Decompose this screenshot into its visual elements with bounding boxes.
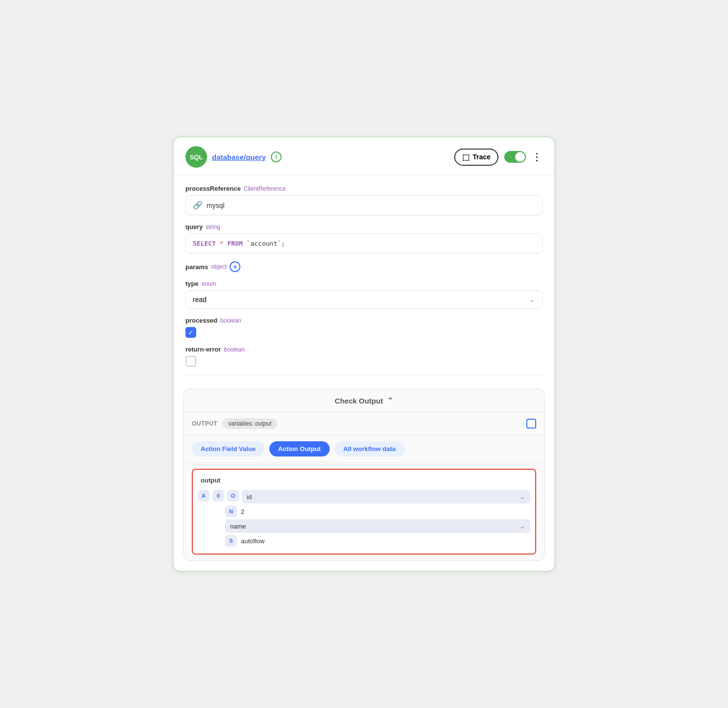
trace-label: Trace: [472, 153, 491, 161]
tree-value-s: S autoflow: [225, 535, 530, 547]
processed-group: processed boolean ✓: [185, 317, 543, 338]
output-badge-prefix: variables:: [228, 420, 253, 427]
return-error-checkbox[interactable]: [185, 356, 196, 367]
kw-from: FROM: [227, 240, 242, 247]
form-body: processReference ClientReference 🔗 mysql…: [174, 175, 554, 389]
output-badge-value: output: [255, 420, 271, 427]
divider: [185, 375, 543, 375]
processed-label: processed boolean: [185, 317, 543, 324]
kw-select: SELECT: [193, 240, 216, 247]
kw-table: `account`;: [247, 240, 285, 247]
tree-node-array: A 0 O id ⌄: [198, 490, 530, 504]
type-badge-s: S: [225, 535, 237, 547]
return-error-group: return-error boolean: [185, 346, 543, 367]
tabs-row: Action Field Value Action Output All wor…: [184, 435, 544, 463]
tree-value-n: N 2: [225, 506, 530, 517]
more-menu-icon[interactable]: ⋮: [532, 151, 543, 163]
processed-type[interactable]: boolean: [220, 317, 241, 324]
header: SQL database/query i ⬚ Trace ⋮: [174, 137, 554, 175]
main-card: SQL database/query i ⬚ Trace ⋮ processRe…: [173, 136, 555, 572]
chevron-up-icon[interactable]: ⌃: [387, 396, 393, 405]
database-query-link[interactable]: database/query: [212, 153, 266, 161]
header-actions: ⬚ Trace ⋮: [454, 149, 543, 166]
tree-node-name: name ⌄: [225, 519, 530, 533]
tree-children-id: N 2 name ⌄ S autoflow: [225, 506, 530, 547]
trace-button[interactable]: ⬚ Trace: [454, 149, 498, 166]
type-group: type enum read ⌄: [185, 280, 543, 309]
check-output-section: Check Output ⌃ OUTPUT variables: output …: [183, 389, 545, 561]
chevron-down-icon-id: ⌄: [520, 493, 525, 501]
return-error-checkbox-wrapper: [185, 356, 543, 367]
tree-row-name[interactable]: name ⌄: [225, 519, 530, 533]
tab-action-output[interactable]: Action Output: [269, 441, 330, 456]
return-error-label: return-error boolean: [185, 346, 543, 353]
type-badge-a: A: [198, 490, 209, 502]
add-param-button[interactable]: +: [230, 261, 240, 272]
type-badge-0: 0: [212, 490, 224, 502]
type-type[interactable]: enum: [202, 280, 216, 287]
output-badge: variables: output: [222, 418, 277, 429]
process-reference-group: processReference ClientReference 🔗 mysql: [185, 185, 543, 215]
query-label: query string: [185, 223, 543, 230]
type-select[interactable]: read ⌄: [185, 290, 543, 309]
process-reference-type[interactable]: ClientReference: [244, 185, 286, 192]
params-label: params object +: [185, 261, 543, 272]
params-type[interactable]: object: [211, 263, 227, 270]
type-badge-n: N: [225, 506, 237, 517]
return-error-type[interactable]: boolean: [224, 346, 245, 353]
type-label: type enum: [185, 280, 543, 287]
check-output-label: Check Output: [335, 397, 383, 405]
query-group: query string SELECT * FROM `account`;: [185, 223, 543, 253]
toggle-switch[interactable]: [504, 151, 526, 163]
tree-row-id-label: id: [247, 493, 516, 501]
trace-icon: ⬚: [462, 152, 469, 162]
tree-row-name-label: name: [230, 523, 516, 530]
check-output-header: Check Output ⌃: [184, 389, 544, 412]
query-input[interactable]: SELECT * FROM `account`;: [185, 233, 543, 253]
value-2: 2: [241, 508, 244, 515]
kw-star: *: [220, 240, 228, 247]
type-badge-o: O: [227, 490, 239, 502]
chevron-down-icon: ⌄: [529, 296, 535, 303]
processed-checkbox[interactable]: ✓: [185, 327, 196, 338]
output-tree: output A 0 O id ⌄ N 2: [192, 469, 536, 555]
tab-all-workflow-data[interactable]: All workflow data: [335, 441, 405, 456]
chevron-down-icon-name: ⌄: [520, 522, 525, 530]
tab-action-field-value[interactable]: Action Field Value: [192, 441, 264, 456]
params-group: params object +: [185, 261, 543, 272]
tree-children-name: S autoflow: [225, 535, 530, 547]
link-icon: 🔗: [193, 201, 203, 210]
output-checkbox[interactable]: [526, 419, 536, 429]
process-reference-input[interactable]: 🔗 mysql: [185, 195, 543, 215]
process-reference-value: mysql: [207, 202, 225, 209]
value-autoflow: autoflow: [241, 537, 264, 545]
processed-checkbox-wrapper: ✓: [185, 327, 543, 338]
tree-root-label: output: [198, 475, 530, 486]
query-type[interactable]: string: [206, 224, 220, 230]
info-icon[interactable]: i: [271, 152, 282, 162]
output-label: OUTPUT: [192, 420, 217, 427]
output-bar: OUTPUT variables: output: [184, 412, 544, 435]
process-reference-label: processReference ClientReference: [185, 185, 543, 192]
sql-badge: SQL: [185, 146, 207, 168]
type-value: read: [193, 296, 207, 303]
tree-row-id[interactable]: id ⌄: [242, 490, 530, 504]
